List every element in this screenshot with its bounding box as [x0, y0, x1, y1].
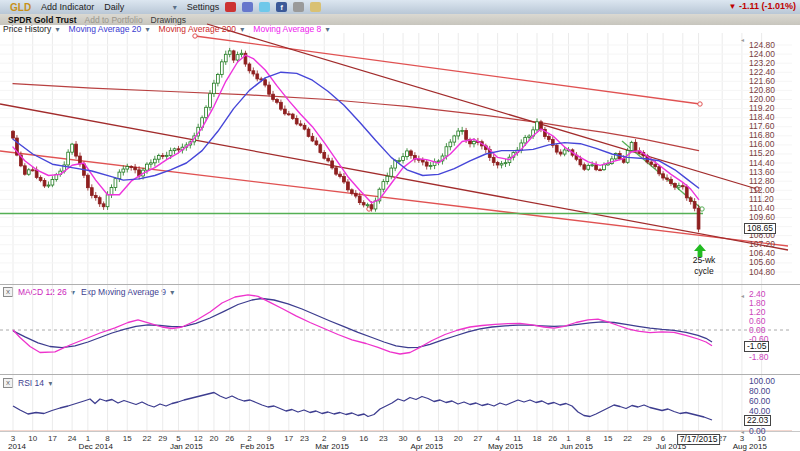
candle-body	[540, 122, 543, 130]
camera-icon[interactable]	[293, 2, 304, 12]
time-axis-tick: 15	[603, 434, 612, 443]
settings-button[interactable]: Settings	[187, 2, 220, 12]
candle-body	[114, 179, 117, 188]
candle-body	[547, 136, 550, 139]
candle-body	[603, 165, 606, 170]
chart-share-icon[interactable]	[242, 2, 253, 12]
add-indicator-button[interactable]: Add Indicator	[41, 2, 94, 12]
candle-body	[102, 204, 105, 207]
candle-body	[43, 180, 46, 186]
candle-body	[315, 141, 318, 145]
candle-body	[291, 114, 294, 118]
candle-body	[410, 151, 413, 156]
trendline-handle[interactable]	[698, 102, 702, 106]
candle-body	[689, 198, 692, 202]
candle-body	[327, 158, 330, 161]
candle-body	[287, 114, 290, 115]
candle-body	[146, 164, 149, 170]
candle-body	[536, 122, 539, 130]
candle-body	[457, 131, 460, 136]
time-axis-tick: 10	[28, 434, 37, 443]
candle-body	[224, 54, 227, 62]
trendline-handle[interactable]	[193, 34, 197, 38]
candle-body	[47, 185, 50, 186]
time-axis-month: Aug 2015	[733, 442, 767, 451]
candle-body	[473, 141, 476, 143]
candle-body	[12, 131, 15, 138]
candle-body	[283, 109, 286, 114]
candle-body	[134, 167, 137, 170]
candle-body	[370, 205, 373, 209]
candle-body	[555, 145, 558, 152]
candle-body	[71, 144, 74, 152]
candle-body	[504, 163, 507, 164]
axis-label: 104.80	[749, 268, 775, 277]
candle-body	[280, 102, 283, 109]
change-value: -1.11 (-1.01%)	[739, 1, 796, 11]
candle-body	[697, 208, 700, 229]
down-arrow-icon: ▼	[729, 2, 737, 11]
candle-body	[579, 159, 582, 165]
time-axis-month: Dec 2014	[79, 442, 113, 451]
candle-body	[693, 202, 696, 209]
period-dropdown[interactable]: Daily ▾	[104, 2, 177, 12]
candle-body	[90, 188, 93, 196]
candle-body	[264, 80, 267, 85]
drawings-link[interactable]: Drawings	[151, 15, 186, 25]
axis-label: 80.00	[749, 387, 770, 396]
facebook-icon[interactable]: f	[276, 2, 287, 12]
last-price-box: 108.65	[744, 223, 776, 234]
candle-body	[165, 155, 168, 156]
candle-body	[232, 51, 235, 60]
add-to-portfolio-link[interactable]: Add to Portfolio	[84, 15, 142, 25]
time-axis-tick: 24	[68, 434, 77, 443]
candle-body	[319, 145, 322, 153]
candle-body	[295, 118, 298, 123]
tab-spdr-gold-trust[interactable]: SPDR Gold Trust	[8, 15, 76, 25]
candle-body	[106, 195, 109, 207]
notes-icon[interactable]	[310, 2, 321, 12]
macd-value-box: -1.05	[744, 341, 769, 352]
rsi-chart-canvas[interactable]	[0, 375, 800, 432]
candle-body	[130, 166, 133, 167]
candle-body	[220, 62, 223, 75]
candle-body	[666, 178, 669, 179]
axis-collapse-icon[interactable]: ◂	[741, 292, 744, 299]
twitter-icon[interactable]	[259, 2, 270, 12]
alerts-icon[interactable]	[225, 2, 236, 12]
candle-body	[153, 159, 156, 163]
trendline-handle[interactable]	[700, 207, 704, 211]
candle-body	[311, 136, 314, 141]
candle-body	[658, 167, 661, 174]
candle-body	[51, 179, 54, 185]
candle-body	[27, 170, 30, 174]
candle-body	[685, 187, 688, 198]
rsi-line	[13, 393, 712, 421]
candle-body	[79, 156, 82, 164]
axis-collapse-icon[interactable]: ◂	[741, 36, 744, 43]
price-chart-canvas[interactable]	[0, 33, 800, 284]
axis-collapse-icon[interactable]: ◂	[741, 428, 744, 435]
candle-body	[31, 170, 34, 171]
candle-body	[492, 157, 495, 162]
candle-body	[173, 149, 176, 151]
candle-body	[528, 136, 531, 137]
macd-chart-canvas[interactable]	[0, 285, 800, 374]
candle-body	[583, 165, 586, 169]
macd-signal-line	[13, 299, 712, 348]
macd-line	[13, 295, 712, 354]
cycle-annotation-line2: cycle	[694, 266, 713, 276]
time-axis-tick: 17	[284, 434, 293, 443]
candle-body	[362, 203, 365, 205]
time-axis-tick: 30	[399, 434, 408, 443]
candle-body	[350, 190, 353, 193]
candle-body	[595, 165, 598, 170]
candle-body	[500, 164, 503, 165]
candle-body	[177, 149, 180, 150]
time-axis-tick: 29	[643, 434, 652, 443]
trendline[interactable]	[207, 24, 757, 189]
axis-label: 60.00	[749, 397, 770, 406]
candle-body	[276, 100, 279, 103]
candle-body	[161, 155, 164, 156]
time-axis-tick: 27	[473, 434, 482, 443]
